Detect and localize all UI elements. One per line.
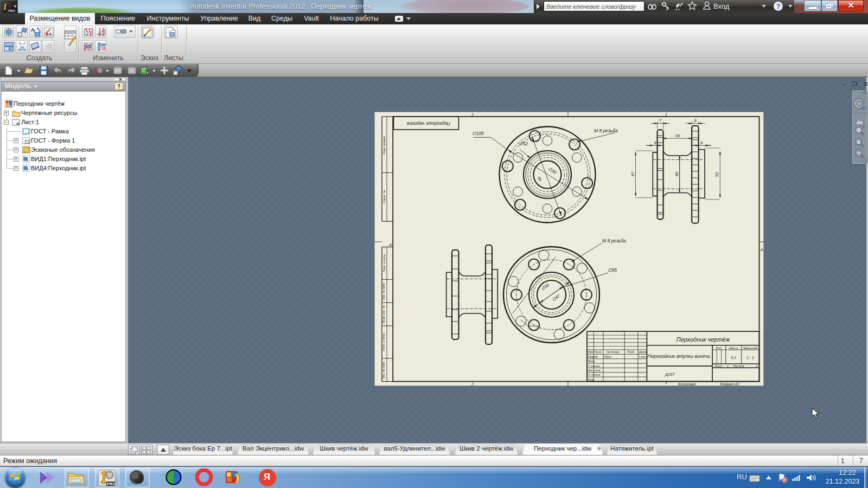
svg-text:№ докум.: № докум. bbox=[607, 350, 620, 354]
svg-text:2D: 2D bbox=[860, 106, 866, 111]
svg-text:Пров.: Пров. bbox=[588, 359, 596, 363]
svg-text:1 ком: 1 ком bbox=[639, 356, 646, 358]
svg-text:Инв. № дубл.: Инв. № дубл. bbox=[382, 282, 386, 300]
svg-text:Разраб.: Разраб. bbox=[588, 355, 598, 358]
svg-text:1: 1 bbox=[727, 364, 729, 368]
svg-text:PRO: PRO bbox=[107, 481, 116, 486]
svg-text:Масса: Масса bbox=[729, 346, 738, 350]
svg-text:47: 47 bbox=[630, 171, 635, 176]
svg-text:Дата: Дата bbox=[639, 350, 647, 354]
svg-text:I: I bbox=[27, 158, 28, 163]
svg-text:1 : 1: 1 : 1 bbox=[746, 356, 754, 359]
svg-text:Лист: Лист bbox=[714, 364, 723, 368]
svg-text:6: 6 bbox=[700, 140, 703, 145]
svg-text:∅105: ∅105 bbox=[472, 131, 484, 136]
svg-text:Перходник чертёж: Перходник чертёж bbox=[406, 121, 450, 126]
svg-text:Нач. отд.: Нач. отд. bbox=[588, 369, 601, 372]
svg-text:Переходник втулки винта.: Переходник втулки винта. bbox=[647, 354, 711, 359]
svg-text:2: 2 bbox=[471, 113, 474, 117]
svg-text:Подп. и дата: Подп. и дата bbox=[382, 254, 386, 272]
svg-text:0,1: 0,1 bbox=[731, 356, 736, 359]
svg-text:Подп. и дата: Подп. и дата bbox=[382, 333, 386, 351]
svg-text:Юрш: Юрш bbox=[604, 355, 612, 358]
svg-text:40: 40 bbox=[674, 171, 679, 176]
svg-text:∅52: ∅52 bbox=[519, 141, 528, 146]
svg-text:8: 8 bbox=[694, 118, 697, 123]
svg-text:M 8 резьба: M 8 резьба bbox=[602, 238, 626, 243]
svg-text:Листов: Листов bbox=[732, 364, 744, 368]
svg-text:Масштаб: Масштаб bbox=[743, 346, 758, 350]
svg-text:Взам. инв. №: Взам. инв. № bbox=[382, 305, 386, 323]
svg-text:30: 30 bbox=[675, 133, 680, 138]
svg-text:А: А bbox=[760, 248, 763, 252]
svg-text:52: 52 bbox=[714, 172, 719, 177]
svg-text:2: 2 bbox=[471, 382, 474, 386]
svg-text:Справ. №: Справ. № bbox=[382, 190, 386, 203]
svg-text:Изм: Изм bbox=[588, 350, 593, 354]
svg-text:∅95: ∅95 bbox=[608, 267, 617, 273]
svg-text:7: 7 bbox=[659, 118, 662, 123]
svg-text:Н. контр.: Н. контр. bbox=[588, 373, 601, 376]
svg-text:Лист: Лист bbox=[593, 350, 602, 354]
svg-text:Перв. примен.: Перв. примен. bbox=[382, 136, 386, 154]
svg-text:1: 1 bbox=[756, 364, 757, 368]
svg-text:А: А bbox=[388, 243, 392, 247]
svg-text:M 8 резьба: M 8 резьба bbox=[594, 128, 618, 133]
svg-text:Утв.: Утв. bbox=[587, 378, 595, 381]
svg-text:Копировал: Копировал bbox=[678, 382, 696, 386]
svg-text:Инв. № подл.: Инв. № подл. bbox=[382, 361, 386, 378]
svg-text:Перходник чертёж: Перходник чертёж bbox=[676, 336, 730, 343]
svg-text:Формат A3: Формат A3 bbox=[720, 382, 739, 386]
svg-text:5: 5 bbox=[654, 140, 656, 145]
svg-text:1: 1 bbox=[665, 113, 667, 117]
svg-text:I: I bbox=[27, 167, 28, 172]
svg-text:Подп.: Подп. bbox=[627, 350, 635, 354]
svg-text:Лит.: Лит. bbox=[715, 346, 723, 350]
svg-text:Т. контр.: Т. контр. bbox=[588, 364, 601, 368]
svg-text:Д16Т: Д16Т bbox=[665, 372, 676, 377]
